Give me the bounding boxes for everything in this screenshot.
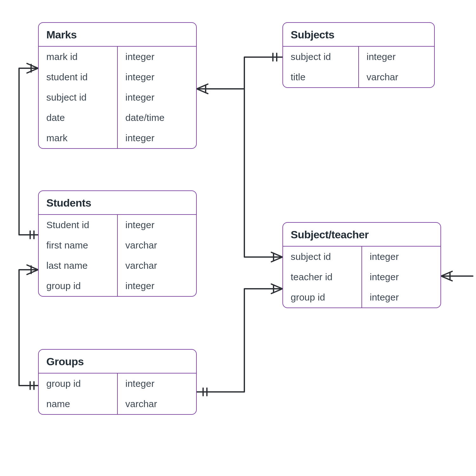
one-bar-icon — [30, 382, 34, 389]
field-name: date — [39, 108, 117, 128]
crowfoot-icon — [27, 63, 38, 73]
rel-marks-students — [19, 68, 38, 235]
entity-body: subject id teacher id group id integer i… — [283, 247, 440, 307]
field-name: subject id — [283, 247, 361, 267]
field-type: integer — [118, 374, 196, 394]
field-name: subject id — [283, 47, 358, 67]
field-type: integer — [118, 47, 196, 67]
field-type: integer — [118, 215, 196, 235]
entity-body: mark id student id subject id date mark … — [39, 47, 196, 148]
field-type: date/time — [118, 108, 196, 128]
field-name: title — [283, 67, 358, 87]
one-bar-icon — [273, 53, 277, 61]
field-type: varchar — [118, 255, 196, 276]
entity-students: Students Student id first name last name… — [38, 190, 197, 297]
crowfoot-icon — [27, 265, 38, 274]
crowfoot-icon — [441, 271, 452, 281]
fields-names-col: subject id teacher id group id — [283, 247, 362, 307]
entity-body: subject id title integer varchar — [283, 47, 434, 87]
fields-types-col: integer integer integer date/time intege… — [118, 47, 196, 148]
field-type: integer — [118, 67, 196, 87]
entity-body: group id name integer varchar — [39, 374, 196, 414]
fields-types-col: integer varchar — [359, 47, 434, 87]
field-name: group id — [39, 276, 117, 296]
rel-marks-subjects — [197, 57, 282, 89]
entity-title: Subject/teacher — [283, 223, 440, 247]
field-type: integer — [362, 287, 440, 307]
field-name: group id — [283, 287, 361, 307]
field-name: student id — [39, 67, 117, 87]
entity-title: Groups — [39, 350, 196, 374]
fields-names-col: subject id title — [283, 47, 359, 87]
one-bar-icon — [203, 388, 207, 396]
crowfoot-icon — [197, 84, 208, 94]
er-diagram-canvas: Marks mark id student id subject id date… — [0, 0, 476, 476]
entity-body: Student id first name last name group id… — [39, 215, 196, 296]
field-type: integer — [362, 267, 440, 287]
fields-names-col: Student id first name last name group id — [39, 215, 118, 296]
field-type: integer — [118, 276, 196, 296]
rel-groups-subjectteacher — [197, 289, 282, 392]
field-type: integer — [359, 47, 434, 67]
field-type: varchar — [118, 235, 196, 255]
field-name: mark id — [39, 47, 117, 67]
one-bar-icon — [30, 231, 34, 239]
entity-title: Marks — [39, 23, 196, 47]
entity-subjects: Subjects subject id title integer varcha… — [282, 22, 435, 88]
fields-names-col: mark id student id subject id date mark — [39, 47, 118, 148]
field-name: mark — [39, 128, 117, 148]
field-name: last name — [39, 255, 117, 276]
entity-marks: Marks mark id student id subject id date… — [38, 22, 197, 149]
entity-title: Students — [39, 191, 196, 215]
fields-names-col: group id name — [39, 374, 118, 414]
entity-title: Subjects — [283, 23, 434, 47]
crowfoot-icon — [271, 284, 282, 294]
field-name: first name — [39, 235, 117, 255]
rel-subjects-subjectteacher — [244, 89, 282, 257]
field-type: integer — [118, 87, 196, 108]
field-name: Student id — [39, 215, 117, 235]
field-type: integer — [362, 247, 440, 267]
field-name: name — [39, 394, 117, 414]
crowfoot-icon — [271, 252, 282, 262]
field-name: teacher id — [283, 267, 361, 287]
entity-groups: Groups group id name integer varchar — [38, 349, 197, 415]
field-name: subject id — [39, 87, 117, 108]
field-type: varchar — [118, 394, 196, 414]
entity-subject-teacher: Subject/teacher subject id teacher id gr… — [282, 222, 441, 308]
field-type: varchar — [359, 67, 434, 87]
fields-types-col: integer integer integer — [362, 247, 440, 307]
rel-students-groups — [19, 270, 38, 386]
field-name: group id — [39, 374, 117, 394]
fields-types-col: integer varchar — [118, 374, 196, 414]
fields-types-col: integer varchar varchar integer — [118, 215, 196, 296]
field-type: integer — [118, 128, 196, 148]
